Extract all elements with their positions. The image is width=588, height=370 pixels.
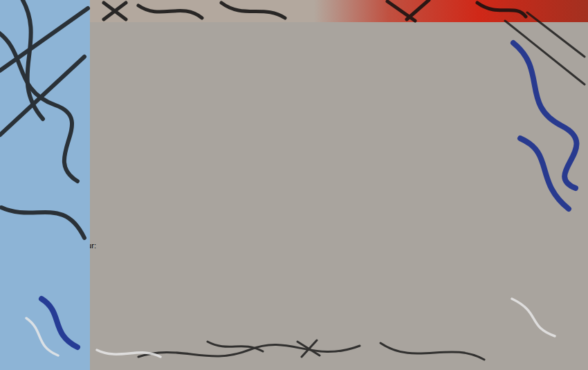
screenshot-stage: Layer Style ✕ Styles Blending Options: D… [0,0,588,370]
graffiti-background [0,0,588,370]
graffiti-scribbles [0,0,588,370]
